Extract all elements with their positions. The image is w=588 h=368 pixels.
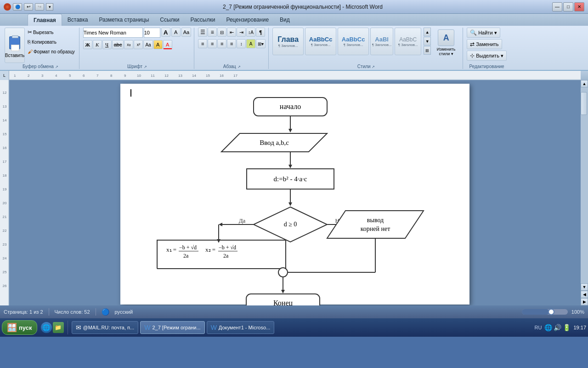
svg-text:1: 1 (14, 74, 16, 78)
styles-scroll-all[interactable]: ⊞ (424, 46, 431, 55)
tab-layout[interactable]: Разметка страницы (93, 14, 154, 26)
style-item-heading1[interactable]: Глава ¶ Заголов... (272, 28, 304, 55)
tray-icons: 🌐 🔊 🔋 (544, 324, 571, 331)
bold-button[interactable]: Ж (83, 40, 92, 49)
next-page-button[interactable]: ▶ (581, 298, 588, 305)
justify-button[interactable]: ≡ (227, 39, 236, 48)
redo-btn[interactable]: ↪ (35, 3, 44, 11)
text-case-button[interactable]: Aa (143, 40, 153, 49)
zoom-slider[interactable] (522, 309, 568, 315)
scroll-down-button[interactable]: ▼ (581, 283, 588, 291)
copy-label: Копировать (32, 40, 57, 45)
strikethrough-button[interactable]: abc (112, 40, 124, 49)
tab-home[interactable]: Главная (28, 14, 62, 26)
borders-button[interactable]: ⊞▾ (256, 39, 266, 48)
cut-button[interactable]: ✂ Вырезать (26, 28, 76, 37)
undo-btn[interactable]: ↩ (24, 3, 33, 11)
svg-text:3: 3 (41, 74, 44, 78)
zoom-handle[interactable] (548, 309, 554, 315)
taskbar-item-mail[interactable]: ✉ @MAIL.RU: почта, п... (72, 321, 139, 334)
svg-text:корней нет: корней нет (361, 225, 390, 232)
flowchart-svg: начало Ввод a,b,c d:=b² - 4·a·c (130, 93, 460, 305)
line-spacing-button[interactable]: ↕ (237, 39, 246, 48)
prev-page-button[interactable]: ◀ (581, 291, 588, 298)
copy-button[interactable]: ⎘ Копировать (26, 37, 76, 46)
style-item-heading2[interactable]: AaBbCc ¶ Заголов... (305, 28, 336, 55)
start-button[interactable]: 🪟 пуск (2, 320, 37, 335)
svg-text:20: 20 (3, 201, 7, 205)
scroll-up-button[interactable]: ▲ (581, 80, 588, 87)
style-item-heading4[interactable]: AaBl ¶ Заголов... (370, 28, 393, 55)
align-left-button[interactable]: ≡ (198, 39, 207, 48)
multilevel-button[interactable]: ⊟ (217, 28, 226, 37)
decrease-font-button[interactable]: A (171, 28, 181, 37)
paste-icon (6, 33, 23, 53)
format-painter-label: Формат по образцу (34, 49, 75, 54)
word-count: Число слов: 52 (55, 309, 90, 315)
font-size-input[interactable] (144, 28, 160, 38)
decrease-indent-button[interactable]: ⇤ (227, 28, 236, 37)
tab-mailings[interactable]: Рассылки (185, 14, 221, 26)
font-color-button[interactable]: A (163, 40, 172, 49)
more-btn[interactable]: ▾ (46, 3, 53, 11)
select-icon: ⊹ (470, 52, 475, 59)
folder-button[interactable]: 📁 (53, 322, 64, 333)
close-button[interactable]: ✕ (574, 2, 584, 12)
align-right-button[interactable]: ≡ (217, 39, 226, 48)
select-button[interactable]: ⊹ Выделить ▾ (467, 51, 507, 61)
find-button[interactable]: 🔍 Найти ▾ (467, 28, 500, 38)
tray-volume-icon: 🔊 (554, 324, 561, 331)
style4-label: ¶ Заголов... (372, 43, 392, 47)
svg-text:x₁ =: x₁ = (166, 246, 176, 253)
increase-font-button[interactable]: A (161, 28, 170, 37)
styles-scroll-up[interactable]: ▲ (424, 28, 431, 36)
taskbar: 🪟 пуск 🌐 📁 ✉ @MAIL.RU: почта, п... W 2_7… (0, 318, 588, 337)
taskbar-item-word2[interactable]: W Документ1 - Microsо... (207, 321, 275, 334)
superscript-button[interactable]: x² (134, 40, 143, 49)
scroll-thumb[interactable] (581, 92, 587, 115)
increase-indent-button[interactable]: ⇥ (237, 28, 246, 37)
styles-scroll-down[interactable]: ▼ (424, 37, 431, 46)
format-painter-button[interactable]: 🖌 Формат по образцу (26, 47, 76, 56)
maximize-button[interactable]: □ (563, 2, 573, 12)
styles-group-content: Глава ¶ Заголов... AaBbCc ¶ Заголов... A… (272, 28, 460, 63)
vertical-scrollbar[interactable]: ▲ ▼ ◀ ▶ (581, 80, 588, 305)
highlight-button[interactable]: A (153, 40, 163, 49)
style4-preview: AaBl (375, 36, 389, 43)
bullets-button[interactable]: ☰ (198, 28, 207, 37)
align-center-button[interactable]: ≡ (208, 39, 217, 48)
svg-marker-39 (288, 129, 292, 132)
tab-view[interactable]: Вид (274, 14, 295, 26)
paste-button[interactable]: Вставить (5, 28, 25, 63)
titlebar-controls: — □ ✕ (552, 2, 584, 12)
show-marks-button[interactable]: ¶ (256, 28, 265, 37)
ie-button[interactable]: 🌐 (41, 322, 52, 333)
numbering-button[interactable]: ≡ (208, 28, 217, 37)
replace-button[interactable]: ⇄ Заменить (467, 39, 502, 49)
italic-button[interactable]: К (93, 40, 102, 49)
underline-button[interactable]: Ч (102, 40, 112, 49)
style5-preview: AaBbC (399, 36, 417, 43)
sort-button[interactable]: ↕A (246, 28, 255, 37)
tab-insert[interactable]: Вставка (62, 14, 94, 26)
scroll-track (581, 87, 588, 283)
clear-format-button[interactable]: Aa (181, 28, 191, 37)
font-format-row: Ж К Ч abc x₂ x² Aa A A (83, 40, 172, 49)
taskbar-item-word1[interactable]: W 2_7 [Режим ограни... (140, 321, 204, 334)
svg-text:9: 9 (124, 74, 126, 78)
tab-references[interactable]: Ссылки (154, 14, 185, 26)
font-name-input[interactable] (83, 28, 143, 38)
document-area: .cursor-blink{animation:blink 1s step-en… (9, 80, 581, 305)
subscript-button[interactable]: x₂ (124, 40, 133, 49)
shading-button[interactable]: A (246, 39, 255, 48)
font-name-row: A A Aa (83, 28, 191, 38)
style-item-heading3[interactable]: AaBbCc ¶ Заголов... (338, 28, 369, 55)
svg-rect-0 (9, 71, 581, 80)
ruler-corner[interactable]: L (0, 71, 9, 80)
window-icon[interactable]: 🔵 (13, 3, 22, 11)
change-styles-button[interactable]: A Изменитьстили ▾ (432, 28, 460, 58)
word-icon-1: W (144, 324, 150, 331)
style-item-heading5[interactable]: AaBbC ¶ Заголов... (395, 28, 421, 55)
tab-review[interactable]: Рецензирование (220, 14, 274, 26)
minimize-button[interactable]: — (552, 2, 562, 12)
